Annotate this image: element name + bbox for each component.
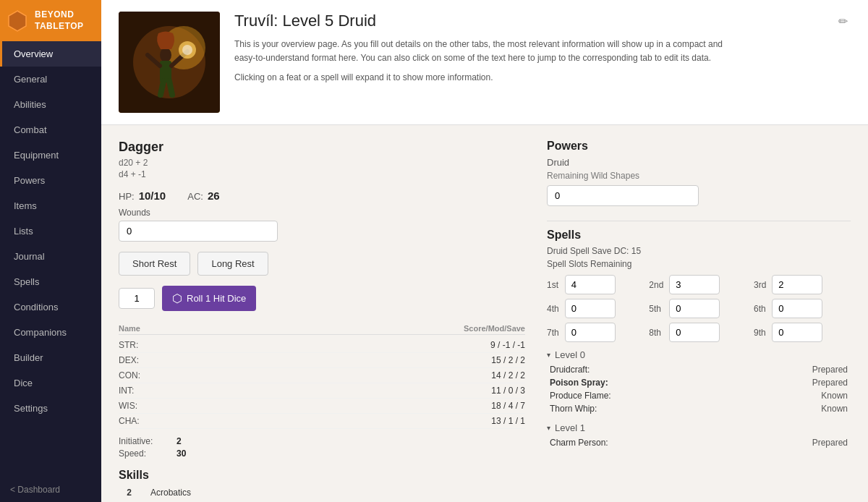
initiative-row: Initiative: 2 xyxy=(119,436,525,446)
spell-charm-person[interactable]: Charm Person: Prepared xyxy=(547,436,851,449)
slot-input-8th[interactable] xyxy=(669,323,720,342)
svg-line-10 xyxy=(161,81,163,95)
sidebar-item-journal[interactable]: Journal xyxy=(0,244,101,269)
stat-name-str: STR: xyxy=(119,340,138,350)
sidebar-nav: Overview General Abilities Combat Equipm… xyxy=(0,41,101,421)
skill-name-acrobatics: Acrobatics xyxy=(150,488,191,498)
rest-row: Short Rest Long Rest xyxy=(119,252,525,276)
sidebar-item-combat[interactable]: Combat xyxy=(0,117,101,142)
sidebar-item-spells[interactable]: Spells xyxy=(0,269,101,294)
sidebar-item-powers[interactable]: Powers xyxy=(0,168,101,193)
ac-value: 26 xyxy=(208,190,220,202)
stat-name-dex: DEX: xyxy=(119,355,139,365)
slot-input-4th[interactable] xyxy=(565,299,616,318)
sidebar-item-items[interactable]: Items xyxy=(0,193,101,218)
slot-label-9th: 9th xyxy=(754,328,766,338)
level0-toggle[interactable]: ▾ Level 0 xyxy=(547,349,851,360)
sidebar-item-conditions[interactable]: Conditions xyxy=(0,294,101,320)
level0-label: Level 0 xyxy=(555,349,585,360)
stat-name-con: CON: xyxy=(119,370,140,380)
skill-acrobatics: 2 Acrobatics xyxy=(119,486,525,499)
sidebar-item-settings[interactable]: Settings xyxy=(0,396,101,421)
spell-status-thorn-whip: Known xyxy=(821,404,848,414)
character-header: Truvíl: Level 5 Druid This is your overv… xyxy=(101,0,868,125)
spells-title: Spells xyxy=(547,229,851,242)
spell-name-charm-person: Charm Person: xyxy=(550,438,608,448)
spell-group-level0: ▾ Level 0 Druidcraft: Prepared Poison Sp… xyxy=(547,349,851,415)
slot-input-1st[interactable] xyxy=(565,275,616,294)
sidebar-item-overview[interactable]: Overview xyxy=(0,41,101,67)
dice-row: ⬡ Roll 1 Hit Dice xyxy=(119,286,525,311)
stats-name-header: Name xyxy=(119,324,140,333)
stat-row-cha: CHA: 13 / 1 / 1 xyxy=(119,414,525,429)
slot-label-6th: 6th xyxy=(754,304,766,314)
spell-status-poison-spray: Prepared xyxy=(812,378,848,388)
stat-row-int: INT: 11 / 0 / 3 xyxy=(119,383,525,399)
stat-row-dex: DEX: 15 / 2 / 2 xyxy=(119,353,525,368)
stat-val-str: 9 / -1 / -1 xyxy=(490,340,525,350)
spells-section: Spells Druid Spell Save DC: 15 Spell Slo… xyxy=(547,229,851,449)
speed-row: Speed: 30 xyxy=(119,448,525,459)
slot-input-5th[interactable] xyxy=(669,299,720,318)
stat-name-int: INT: xyxy=(119,386,134,396)
stats-score-header: Score/Mod/Save xyxy=(464,324,525,333)
sidebar-logo: BEYOND TABLETOP xyxy=(0,0,101,41)
slot-input-7th[interactable] xyxy=(565,323,616,342)
roll-dice-button[interactable]: ⬡ Roll 1 Hit Dice xyxy=(162,286,256,311)
speed-label: Speed: xyxy=(119,448,176,459)
level0-arrow-icon: ▾ xyxy=(547,351,550,359)
sidebar-item-general[interactable]: General xyxy=(0,67,101,92)
long-rest-button[interactable]: Long Rest xyxy=(197,252,268,276)
svg-line-11 xyxy=(169,81,172,95)
divider-powers-spells xyxy=(547,221,851,221)
svg-point-4 xyxy=(160,48,171,62)
remaining-wild-shapes-input[interactable] xyxy=(547,185,699,206)
remaining-label: Remaining Wild Shapes xyxy=(547,171,851,181)
content-area: Dagger d20 + 2 d4 + -1 HP: 10/10 AC: 26 … xyxy=(101,125,868,502)
level1-label: Level 1 xyxy=(555,422,585,433)
logo-icon xyxy=(6,9,29,33)
sidebar-item-abilities[interactable]: Abilities xyxy=(0,92,101,117)
stat-val-dex: 15 / 2 / 2 xyxy=(491,355,525,365)
wounds-input[interactable] xyxy=(119,221,278,242)
wounds-section: Wounds xyxy=(119,208,525,242)
level1-toggle[interactable]: ▾ Level 1 xyxy=(547,422,851,433)
spell-name-thorn-whip: Thorn Whip: xyxy=(550,404,597,414)
spell-name-druidcraft: Druidcraft: xyxy=(550,365,590,375)
weapon-section: Dagger d20 + 2 d4 + -1 xyxy=(119,140,525,179)
slot-input-3rd[interactable] xyxy=(772,275,822,294)
sidebar-bottom: < Dashboard xyxy=(0,477,101,502)
right-column: Powers Druid Remaining Wild Shapes Spell… xyxy=(547,140,851,502)
skill-score-acrobatics: 2 xyxy=(119,488,132,498)
slot-input-2nd[interactable] xyxy=(669,275,720,294)
spell-druidcraft[interactable]: Druidcraft: Prepared xyxy=(547,363,851,376)
ac-display: AC: 26 xyxy=(187,190,219,202)
dashboard-link[interactable]: < Dashboard xyxy=(0,477,101,502)
edit-button[interactable]: ✏ xyxy=(835,12,851,31)
initiative-value: 2 xyxy=(176,436,182,446)
sidebar-item-equipment[interactable]: Equipment xyxy=(0,142,101,168)
initiative-speed-section: Initiative: 2 Speed: 30 xyxy=(119,436,525,459)
short-rest-button[interactable]: Short Rest xyxy=(119,252,190,276)
dice-count-input[interactable] xyxy=(119,288,155,309)
slot-input-6th[interactable] xyxy=(772,299,822,318)
spell-thorn-whip[interactable]: Thorn Whip: Known xyxy=(547,402,851,415)
spell-dc: Druid Spell Save DC: 15 xyxy=(547,246,851,256)
spell-status-produce-flame: Known xyxy=(821,391,848,401)
stats-list: STR: 9 / -1 / -1 DEX: 15 / 2 / 2 CON: 14… xyxy=(119,338,525,429)
sidebar-item-dice[interactable]: Dice xyxy=(0,370,101,396)
slot-input-9th[interactable] xyxy=(772,323,822,342)
character-info: Truvíl: Level 5 Druid This is your overv… xyxy=(234,12,821,82)
spell-poison-spray[interactable]: Poison Spray: Prepared xyxy=(547,376,851,389)
level1-arrow-icon: ▾ xyxy=(547,424,550,432)
spell-group-level1: ▾ Level 1 Charm Person: Prepared xyxy=(547,422,851,449)
sidebar-item-builder[interactable]: Builder xyxy=(0,345,101,370)
spell-produce-flame[interactable]: Produce Flame: Known xyxy=(547,389,851,402)
weapon-attack: d20 + 2 xyxy=(119,158,525,168)
stat-val-con: 14 / 2 / 2 xyxy=(491,370,525,380)
stats-header: Name Score/Mod/Save xyxy=(119,324,525,335)
stat-row-str: STR: 9 / -1 / -1 xyxy=(119,338,525,353)
sidebar-item-companions[interactable]: Companions xyxy=(0,320,101,345)
sidebar-item-lists[interactable]: Lists xyxy=(0,218,101,244)
slot-label-8th: 8th xyxy=(649,328,663,338)
